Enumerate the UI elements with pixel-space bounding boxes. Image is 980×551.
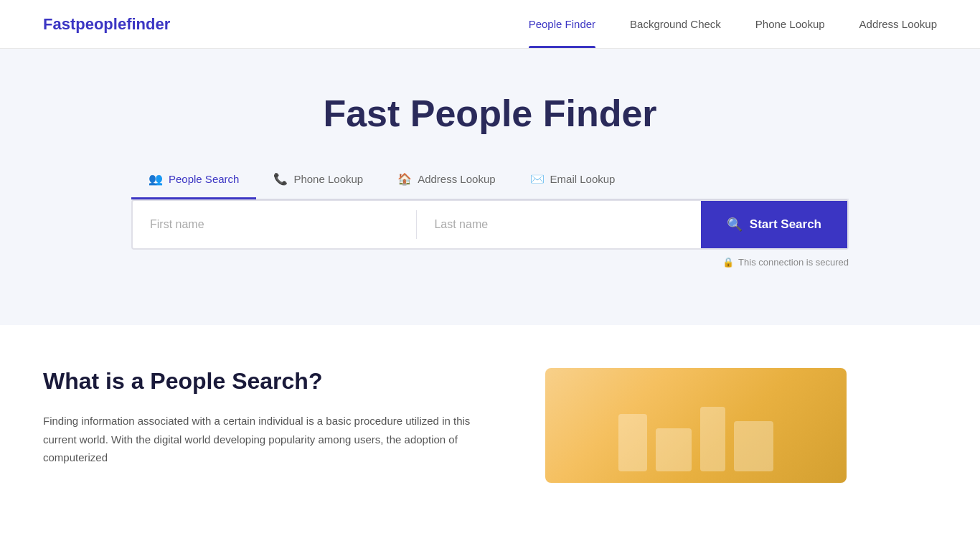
tab-phone-lookup[interactable]: 📞 Phone Lookup bbox=[256, 164, 380, 199]
hero-section: Fast People Finder 👥 People Search 📞 Pho… bbox=[0, 49, 980, 325]
secure-note: 🔒 This connection is secured bbox=[131, 257, 849, 268]
deco-box-4 bbox=[734, 421, 773, 471]
tab-address-lookup[interactable]: 🏠 Address Lookup bbox=[380, 164, 512, 199]
first-name-input[interactable] bbox=[133, 202, 416, 247]
tab-people-search[interactable]: 👥 People Search bbox=[131, 164, 256, 199]
nav-item-people-finder[interactable]: People Finder bbox=[529, 18, 595, 31]
nav-item-address-lookup[interactable]: Address Lookup bbox=[859, 18, 937, 31]
nav-item-phone-lookup[interactable]: Phone Lookup bbox=[755, 18, 825, 31]
people-icon: 👥 bbox=[149, 172, 163, 186]
nav-item-background-check[interactable]: Background Check bbox=[630, 18, 721, 31]
email-icon: ✉️ bbox=[530, 172, 545, 186]
home-icon: 🏠 bbox=[397, 172, 412, 186]
content-image bbox=[545, 368, 847, 483]
search-icon: 🔍 bbox=[727, 217, 743, 232]
phone-icon: 📞 bbox=[273, 172, 288, 186]
deco-box-3 bbox=[700, 407, 725, 471]
nav-links: People Finder Background Check Phone Loo… bbox=[529, 18, 937, 31]
content-text: What is a People Search? Finding informa… bbox=[43, 368, 502, 467]
navbar: Fastpeoplefinder People Finder Backgroun… bbox=[0, 0, 980, 49]
lock-icon: 🔒 bbox=[722, 257, 734, 268]
content-section: What is a People Search? Finding informa… bbox=[0, 325, 980, 526]
search-bar: 🔍 Start Search bbox=[131, 199, 849, 250]
content-title: What is a People Search? bbox=[43, 368, 502, 395]
search-tabs: 👥 People Search 📞 Phone Lookup 🏠 Address… bbox=[131, 164, 849, 199]
search-wrapper: 👥 People Search 📞 Phone Lookup 🏠 Address… bbox=[131, 164, 849, 268]
tab-email-lookup[interactable]: ✉️ Email Lookup bbox=[513, 164, 633, 199]
last-name-input[interactable] bbox=[417, 202, 700, 247]
image-decoration bbox=[607, 395, 785, 483]
content-body: Finding information associated with a ce… bbox=[43, 412, 502, 467]
hero-title: Fast People Finder bbox=[323, 92, 656, 135]
deco-box-1 bbox=[618, 414, 647, 471]
logo[interactable]: Fastpeoplefinder bbox=[43, 15, 170, 34]
start-search-button[interactable]: 🔍 Start Search bbox=[701, 201, 847, 248]
deco-box-2 bbox=[656, 428, 692, 471]
